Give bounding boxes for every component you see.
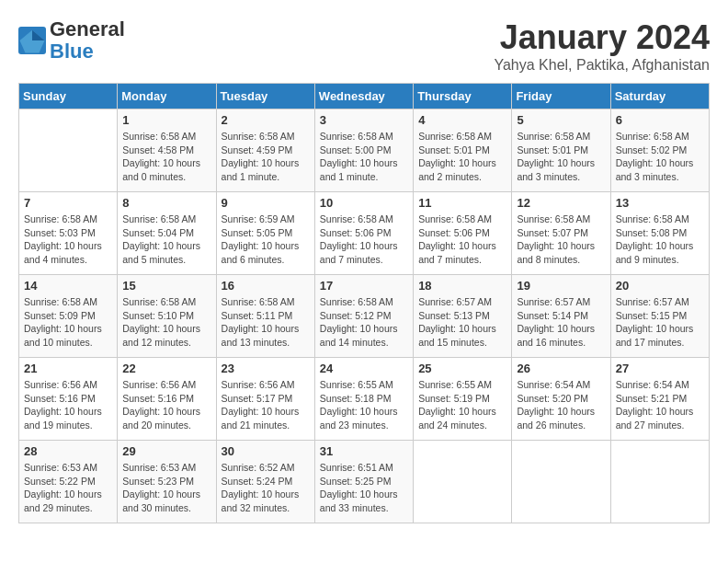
day-number: 31 [320,444,408,458]
calendar-cell: 25Sunrise: 6:55 AM Sunset: 5:19 PM Dayli… [414,358,512,441]
day-info: Sunrise: 6:56 AM Sunset: 5:17 PM Dayligh… [222,378,310,432]
day-number: 23 [222,362,310,375]
day-number: 28 [24,444,112,458]
weekday-header: Monday [118,84,216,109]
calendar-cell: 26Sunrise: 6:54 AM Sunset: 5:20 PM Dayli… [512,358,610,441]
day-number: 7 [24,196,112,210]
day-number: 20 [616,279,704,293]
day-info: Sunrise: 6:52 AM Sunset: 5:24 PM Dayligh… [222,461,310,515]
month-title: January 2024 [494,18,710,57]
calendar-cell: 19Sunrise: 6:57 AM Sunset: 5:14 PM Dayli… [512,275,610,358]
day-info: Sunrise: 6:51 AM Sunset: 5:25 PM Dayligh… [320,461,408,515]
calendar-cell: 3Sunrise: 6:58 AM Sunset: 5:00 PM Daylig… [314,109,413,192]
day-info: Sunrise: 6:53 AM Sunset: 5:23 PM Dayligh… [122,461,210,515]
day-info: Sunrise: 6:58 AM Sunset: 5:06 PM Dayligh… [418,213,506,267]
day-number: 21 [24,362,112,375]
day-number: 29 [122,444,210,458]
day-info: Sunrise: 6:56 AM Sunset: 5:16 PM Dayligh… [24,378,112,432]
calendar-header: SundayMondayTuesdayWednesdayThursdayFrid… [19,84,710,109]
day-number: 26 [517,362,605,375]
calendar-table: SundayMondayTuesdayWednesdayThursdayFrid… [18,83,710,523]
day-number: 27 [616,362,704,375]
day-number: 2 [222,113,310,127]
calendar-cell: 4Sunrise: 6:58 AM Sunset: 5:01 PM Daylig… [414,109,512,192]
day-info: Sunrise: 6:58 AM Sunset: 5:03 PM Dayligh… [24,213,112,267]
calendar-cell: 8Sunrise: 6:58 AM Sunset: 5:04 PM Daylig… [118,192,216,275]
calendar-cell: 9Sunrise: 6:59 AM Sunset: 5:05 PM Daylig… [216,192,314,275]
calendar-cell: 16Sunrise: 6:58 AM Sunset: 5:11 PM Dayli… [216,275,314,358]
day-number: 4 [418,113,506,127]
day-info: Sunrise: 6:55 AM Sunset: 5:18 PM Dayligh… [320,378,408,432]
calendar-week-row: 21Sunrise: 6:56 AM Sunset: 5:16 PM Dayli… [19,358,710,441]
day-number: 15 [122,279,210,293]
day-number: 5 [517,113,605,127]
day-info: Sunrise: 6:58 AM Sunset: 4:58 PM Dayligh… [122,130,210,184]
day-info: Sunrise: 6:58 AM Sunset: 5:06 PM Dayligh… [320,213,408,267]
day-info: Sunrise: 6:58 AM Sunset: 5:01 PM Dayligh… [418,130,506,184]
day-number: 14 [24,279,112,293]
weekday-header: Sunday [19,84,118,109]
calendar-cell: 13Sunrise: 6:58 AM Sunset: 5:08 PM Dayli… [610,192,709,275]
day-info: Sunrise: 6:56 AM Sunset: 5:16 PM Dayligh… [122,378,210,432]
day-info: Sunrise: 6:58 AM Sunset: 5:10 PM Dayligh… [122,295,210,350]
calendar-cell [512,441,610,523]
location-title: Yahya Khel, Paktika, Afghanistan [494,57,710,74]
logo-text: General Blue [50,18,125,63]
day-number: 3 [320,113,408,127]
day-number: 8 [122,196,210,210]
header-row: SundayMondayTuesdayWednesdayThursdayFrid… [19,84,710,109]
calendar-cell [610,441,709,523]
day-info: Sunrise: 6:58 AM Sunset: 5:09 PM Dayligh… [24,295,112,350]
day-info: Sunrise: 6:58 AM Sunset: 5:04 PM Dayligh… [122,213,210,267]
day-number: 9 [222,196,310,210]
day-info: Sunrise: 6:57 AM Sunset: 5:14 PM Dayligh… [517,295,605,350]
day-number: 16 [222,279,310,293]
calendar-cell: 27Sunrise: 6:54 AM Sunset: 5:21 PM Dayli… [610,358,709,441]
day-number: 6 [616,113,704,127]
day-info: Sunrise: 6:59 AM Sunset: 5:05 PM Dayligh… [222,213,310,267]
weekday-header: Tuesday [216,84,314,109]
day-info: Sunrise: 6:58 AM Sunset: 5:02 PM Dayligh… [616,130,704,184]
calendar-cell: 10Sunrise: 6:58 AM Sunset: 5:06 PM Dayli… [314,192,413,275]
page-header: General Blue January 2024 Yahya Khel, Pa… [18,18,710,74]
calendar-body: 1Sunrise: 6:58 AM Sunset: 4:58 PM Daylig… [19,109,710,523]
day-info: Sunrise: 6:54 AM Sunset: 5:20 PM Dayligh… [517,378,605,432]
day-number: 1 [122,113,210,127]
day-info: Sunrise: 6:58 AM Sunset: 5:00 PM Dayligh… [320,130,408,184]
logo-line2: Blue [50,40,94,63]
calendar-cell: 14Sunrise: 6:58 AM Sunset: 5:09 PM Dayli… [19,275,118,358]
logo-line1: General [50,17,125,40]
day-number: 13 [616,196,704,210]
day-info: Sunrise: 6:58 AM Sunset: 5:01 PM Dayligh… [517,130,605,184]
day-number: 18 [418,279,506,293]
calendar-cell: 23Sunrise: 6:56 AM Sunset: 5:17 PM Dayli… [216,358,314,441]
day-number: 10 [320,196,408,210]
calendar-week-row: 7Sunrise: 6:58 AM Sunset: 5:03 PM Daylig… [19,192,710,275]
calendar-cell [414,441,512,523]
day-info: Sunrise: 6:58 AM Sunset: 5:07 PM Dayligh… [517,213,605,267]
day-info: Sunrise: 6:58 AM Sunset: 5:12 PM Dayligh… [320,295,408,350]
day-number: 25 [418,362,506,375]
title-block: January 2024 Yahya Khel, Paktika, Afghan… [494,18,710,74]
day-number: 22 [122,362,210,375]
day-number: 30 [222,444,310,458]
day-info: Sunrise: 6:58 AM Sunset: 5:08 PM Dayligh… [616,213,704,267]
day-info: Sunrise: 6:58 AM Sunset: 4:59 PM Dayligh… [222,130,310,184]
day-number: 11 [418,196,506,210]
weekday-header: Wednesday [314,84,413,109]
weekday-header: Thursday [414,84,512,109]
day-info: Sunrise: 6:55 AM Sunset: 5:19 PM Dayligh… [418,378,506,432]
day-number: 12 [517,196,605,210]
day-number: 19 [517,279,605,293]
calendar-cell: 6Sunrise: 6:58 AM Sunset: 5:02 PM Daylig… [610,109,709,192]
calendar-cell: 21Sunrise: 6:56 AM Sunset: 5:16 PM Dayli… [19,358,118,441]
calendar-cell: 15Sunrise: 6:58 AM Sunset: 5:10 PM Dayli… [118,275,216,358]
calendar-cell [19,109,118,192]
day-info: Sunrise: 6:58 AM Sunset: 5:11 PM Dayligh… [222,295,310,350]
calendar-cell: 24Sunrise: 6:55 AM Sunset: 5:18 PM Dayli… [314,358,413,441]
calendar-cell: 17Sunrise: 6:58 AM Sunset: 5:12 PM Dayli… [314,275,413,358]
calendar-cell: 28Sunrise: 6:53 AM Sunset: 5:22 PM Dayli… [19,441,118,523]
calendar-cell: 5Sunrise: 6:58 AM Sunset: 5:01 PM Daylig… [512,109,610,192]
calendar-cell: 1Sunrise: 6:58 AM Sunset: 4:58 PM Daylig… [118,109,216,192]
calendar-cell: 12Sunrise: 6:58 AM Sunset: 5:07 PM Dayli… [512,192,610,275]
